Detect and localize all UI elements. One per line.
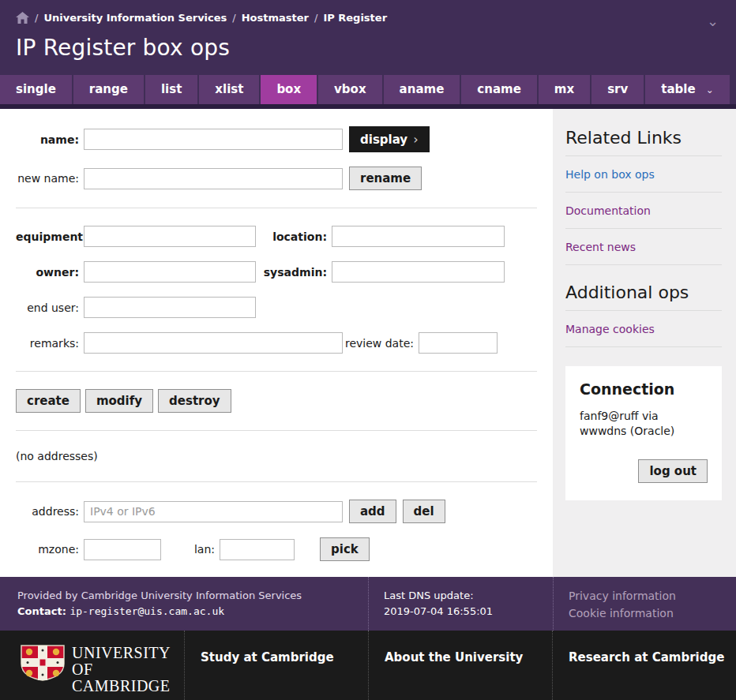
footer-links: Privacy information Cookie information bbox=[553, 577, 736, 631]
add-button[interactable]: add bbox=[349, 500, 396, 523]
equipment-input[interactable] bbox=[84, 226, 256, 247]
divider bbox=[16, 208, 537, 208]
tab-table-label: table bbox=[661, 82, 695, 96]
main-form: name: display› new name: rename equipmen… bbox=[0, 109, 553, 577]
modify-button[interactable]: modify bbox=[85, 389, 153, 413]
owner-label: owner: bbox=[16, 266, 79, 279]
related-links-list: Help on box ops Documentation Recent new… bbox=[565, 155, 722, 265]
new-name-label: new name: bbox=[16, 172, 79, 185]
list-item: Manage cookies bbox=[565, 310, 722, 346]
tab-range[interactable]: range bbox=[73, 75, 144, 104]
list-item: Recent news bbox=[565, 228, 722, 264]
connection-box: Connection fanf9@ruff via wwwdns (Oracle… bbox=[565, 366, 722, 500]
address-input[interactable] bbox=[84, 501, 343, 522]
bottom-col-research: Research at Cambridge bbox=[552, 631, 736, 700]
address-label: address: bbox=[16, 505, 79, 518]
cambridge-logo[interactable]: UNIVERSITY OF CAMBRIDGE bbox=[0, 631, 184, 700]
help-on-box-ops-link[interactable]: Help on box ops bbox=[565, 168, 655, 181]
mzone-label: mzone: bbox=[16, 543, 79, 556]
no-addresses-text: (no addresses) bbox=[16, 448, 537, 464]
footer-dns-update: Last DNS update: 2019-07-04 16:55:01 bbox=[368, 577, 553, 631]
tab-aname[interactable]: aname bbox=[384, 75, 460, 104]
contact-label: Contact: bbox=[17, 605, 66, 617]
lan-label: lan: bbox=[178, 543, 215, 556]
breadcrumb-item-ip-register[interactable]: IP Register bbox=[323, 12, 387, 24]
remarks-label: remarks: bbox=[16, 337, 79, 350]
tab-table[interactable]: table ⌄ bbox=[645, 75, 730, 104]
manage-cookies-link[interactable]: Manage cookies bbox=[565, 323, 655, 335]
about-the-university-link[interactable]: About the University bbox=[385, 650, 523, 664]
divider bbox=[16, 430, 537, 431]
location-label: location: bbox=[256, 230, 327, 243]
breadcrumb: / University Information Services / Host… bbox=[0, 0, 736, 25]
location-input[interactable] bbox=[332, 226, 505, 247]
remarks-input[interactable] bbox=[84, 332, 343, 354]
breadcrumb-separator: / bbox=[314, 12, 317, 24]
cookie-information-link[interactable]: Cookie information bbox=[569, 605, 736, 623]
additional-ops-heading: Additional ops bbox=[565, 283, 722, 302]
end-user-label: end user: bbox=[16, 301, 79, 314]
tab-xlist[interactable]: xlist bbox=[199, 75, 259, 104]
tab-bar: single range list xlist box vbox aname c… bbox=[0, 75, 736, 109]
sysadmin-label: sysadmin: bbox=[256, 266, 327, 279]
log-out-button[interactable]: log out bbox=[638, 459, 708, 483]
tab-vbox[interactable]: vbox bbox=[318, 75, 382, 104]
destroy-button[interactable]: destroy bbox=[158, 389, 231, 413]
recent-news-link[interactable]: Recent news bbox=[565, 241, 636, 253]
contact-email-link[interactable]: ip-register@uis.cam.ac.uk bbox=[69, 605, 224, 617]
breadcrumb-item-hostmaster[interactable]: Hostmaster bbox=[242, 12, 309, 24]
breadcrumb-separator: / bbox=[232, 12, 235, 24]
new-name-input[interactable] bbox=[84, 168, 343, 189]
top-header: / University Information Services / Host… bbox=[0, 0, 736, 75]
provided-by-text: Provided by Cambridge University Informa… bbox=[17, 588, 368, 604]
sidebar: Related Links Help on box ops Documentat… bbox=[553, 109, 736, 577]
display-button[interactable]: display› bbox=[349, 126, 430, 152]
review-date-input[interactable] bbox=[419, 332, 498, 354]
dns-update-value: 2019-07-04 16:55:01 bbox=[384, 604, 553, 620]
end-user-input[interactable] bbox=[84, 297, 256, 318]
divider bbox=[16, 371, 537, 372]
rename-button[interactable]: rename bbox=[349, 167, 422, 190]
tab-mx[interactable]: mx bbox=[539, 75, 590, 104]
privacy-information-link[interactable]: Privacy information bbox=[569, 588, 736, 605]
chevron-down-icon[interactable]: ⌄ bbox=[707, 14, 719, 28]
breadcrumb-separator: / bbox=[35, 12, 38, 24]
footer: Provided by Cambridge University Informa… bbox=[0, 577, 736, 631]
tab-srv[interactable]: srv bbox=[591, 75, 644, 104]
home-icon[interactable] bbox=[16, 12, 29, 24]
page-title: IP Register box ops bbox=[0, 25, 736, 64]
equipment-label: equipment: bbox=[16, 230, 79, 243]
connection-info: fanf9@ruff via wwwdns (Oracle) bbox=[580, 409, 708, 439]
footer-provided-by: Provided by Cambridge University Informa… bbox=[0, 577, 368, 631]
research-at-cambridge-link[interactable]: Research at Cambridge bbox=[569, 650, 724, 664]
breadcrumb-item-uis[interactable]: University Information Services bbox=[43, 12, 227, 24]
mzone-input[interactable] bbox=[84, 539, 161, 560]
name-input[interactable] bbox=[84, 129, 343, 150]
content-area: name: display› new name: rename equipmen… bbox=[0, 109, 736, 577]
lan-input[interactable] bbox=[220, 539, 295, 560]
cambridge-logo-text: UNIVERSITY OF CAMBRIDGE bbox=[72, 645, 184, 694]
sysadmin-input[interactable] bbox=[332, 261, 505, 283]
bottom-col-study: Study at Cambridge bbox=[184, 631, 368, 700]
pick-button[interactable]: pick bbox=[320, 537, 370, 561]
tab-cname[interactable]: cname bbox=[461, 75, 537, 104]
additional-ops-list: Manage cookies bbox=[565, 310, 722, 347]
divider bbox=[16, 481, 537, 482]
documentation-link[interactable]: Documentation bbox=[565, 204, 651, 217]
related-links-heading: Related Links bbox=[565, 128, 722, 148]
del-button[interactable]: del bbox=[403, 500, 445, 523]
bottom-col-about: About the University bbox=[368, 631, 552, 700]
name-label: name: bbox=[16, 133, 79, 146]
tab-list[interactable]: list bbox=[145, 75, 197, 104]
tab-box[interactable]: box bbox=[261, 75, 317, 104]
list-item: Help on box ops bbox=[565, 155, 722, 192]
connection-heading: Connection bbox=[580, 380, 708, 398]
create-button[interactable]: create bbox=[16, 389, 81, 413]
chevron-down-icon: ⌄ bbox=[706, 84, 714, 95]
list-item: Documentation bbox=[565, 192, 722, 228]
study-at-cambridge-link[interactable]: Study at Cambridge bbox=[201, 650, 334, 664]
review-date-label: review date: bbox=[343, 337, 414, 350]
owner-input[interactable] bbox=[84, 261, 256, 283]
tab-single[interactable]: single bbox=[0, 75, 72, 104]
bottom-bar: UNIVERSITY OF CAMBRIDGE Study at Cambrid… bbox=[0, 631, 736, 700]
